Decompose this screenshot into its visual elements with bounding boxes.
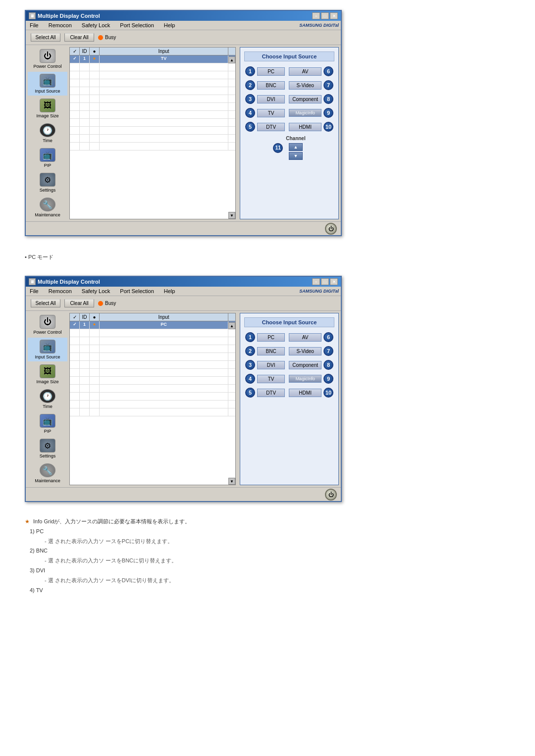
table-row[interactable]	[70, 385, 235, 393]
sidebar-item-power-control-2[interactable]: ⏻ Power Control	[28, 313, 67, 337]
menu-file-2[interactable]: File	[28, 288, 41, 295]
sidebar-item-settings[interactable]: ⚙ Settings	[28, 171, 67, 195]
table-row[interactable]	[70, 393, 235, 401]
input-btn-component[interactable]: Component 8	[288, 93, 334, 105]
input-btn-hdmi-2[interactable]: HDMI 10	[288, 387, 334, 399]
input-btn-bnc[interactable]: 2 BNC	[244, 79, 286, 91]
scroll-up-button[interactable]: ▲	[228, 56, 235, 63]
table-row[interactable]	[70, 119, 235, 127]
table-row[interactable]	[70, 337, 235, 345]
table-row[interactable]	[70, 369, 235, 377]
sidebar-item-maintenance[interactable]: 🔧 Maintenance	[28, 196, 67, 219]
sidebar-item-time-2[interactable]: 🕐 Time	[28, 387, 67, 411]
select-all-button-2[interactable]: Select All	[31, 299, 60, 307]
table-row[interactable]	[70, 87, 235, 95]
input-btn-component-2[interactable]: Component 8	[288, 359, 334, 371]
table-row[interactable]	[70, 345, 235, 353]
scroll-down-button-2[interactable]: ▼	[228, 478, 235, 485]
channel-down-button[interactable]: ▼	[289, 152, 303, 160]
dtv-button[interactable]: DTV	[257, 123, 285, 131]
maximize-button-2[interactable]: □	[321, 278, 329, 285]
table-row[interactable]	[70, 361, 235, 369]
tv-button-2[interactable]: TV	[257, 375, 285, 383]
component-button[interactable]: Component	[289, 95, 321, 103]
select-all-button[interactable]: Select All	[31, 33, 60, 42]
menu-safety-lock-2[interactable]: Safety Lock	[80, 288, 112, 295]
svideo-button[interactable]: S-Video	[289, 81, 321, 90]
table-row[interactable]	[70, 353, 235, 361]
menu-remocon-2[interactable]: Remocon	[47, 288, 74, 295]
table-row[interactable]	[70, 103, 235, 111]
menu-remocon[interactable]: Remocon	[47, 22, 74, 29]
table-row[interactable]	[70, 143, 235, 151]
sidebar-item-input-source[interactable]: 📺 Input Source	[28, 72, 67, 96]
table-row[interactable]	[70, 401, 235, 408]
magicinfo-button[interactable]: MagicInfo	[289, 109, 321, 117]
input-btn-tv[interactable]: 4 TV	[244, 107, 286, 119]
hdmi-button[interactable]: HDMI	[289, 123, 321, 131]
tv-button[interactable]: TV	[257, 109, 285, 117]
sidebar-item-time[interactable]: 🕐 Time	[28, 121, 67, 145]
minimize-button[interactable]: －	[312, 12, 320, 19]
input-btn-av-2[interactable]: AV 6	[288, 331, 334, 343]
sidebar-item-image-size-2[interactable]: 🖼 Image Size	[28, 362, 67, 386]
dvi-button-2[interactable]: DVI	[257, 361, 285, 369]
input-btn-dtv-2[interactable]: 5 DTV	[244, 387, 286, 399]
input-btn-magicinfo-2[interactable]: MagicInfo 9	[288, 373, 334, 385]
power-button[interactable]: ⏻	[325, 223, 337, 235]
sidebar-item-maintenance-2[interactable]: 🔧 Maintenance	[28, 461, 67, 485]
sidebar-item-pip-2[interactable]: 📺 PIP	[28, 412, 67, 436]
input-btn-svideo[interactable]: S-Video 7	[288, 79, 334, 91]
menu-help-2[interactable]: Help	[162, 288, 177, 295]
table-row[interactable]	[70, 95, 235, 103]
table-row[interactable]	[70, 79, 235, 87]
av-button[interactable]: AV	[289, 67, 321, 76]
scroll-down-button[interactable]: ▼	[228, 212, 235, 219]
pc-button-2[interactable]: PC	[257, 333, 285, 342]
input-btn-tv-2[interactable]: 4 TV	[244, 373, 286, 385]
hdmi-button-2[interactable]: HDMI	[289, 389, 321, 397]
sidebar-item-power-control[interactable]: ⏻ Power Control	[28, 47, 67, 71]
input-btn-dvi[interactable]: 3 DVI	[244, 93, 286, 105]
table-row[interactable]	[70, 71, 235, 79]
menu-file[interactable]: File	[28, 22, 41, 29]
sidebar-item-pip[interactable]: 📺 PIP	[28, 146, 67, 170]
power-button-2[interactable]: ⏻	[325, 489, 337, 501]
table-row[interactable]	[70, 377, 235, 385]
table-row[interactable]: ✓ 1 ● TV	[70, 55, 235, 63]
channel-up-button[interactable]: ▲	[289, 143, 303, 151]
table-row[interactable]	[70, 408, 235, 416]
maximize-button[interactable]: □	[321, 12, 329, 19]
input-btn-bnc-2[interactable]: 2 BNC	[244, 345, 286, 357]
input-btn-pc-2[interactable]: 1 PC	[244, 331, 286, 343]
input-btn-hdmi[interactable]: HDMI 10	[288, 121, 334, 133]
scroll-up-button-2[interactable]: ▲	[228, 322, 235, 329]
menu-help[interactable]: Help	[162, 22, 177, 29]
menu-port-selection[interactable]: Port Selection	[118, 22, 156, 29]
magicinfo-button-2[interactable]: MagicInfo	[289, 375, 321, 383]
table-row[interactable]	[70, 329, 235, 337]
menu-port-selection-2[interactable]: Port Selection	[118, 288, 156, 295]
input-btn-dtv[interactable]: 5 DTV	[244, 121, 286, 133]
input-btn-dvi-2[interactable]: 3 DVI	[244, 359, 286, 371]
dtv-button-2[interactable]: DTV	[257, 389, 285, 397]
sidebar-item-image-size[interactable]: 🖼 Image Size	[28, 97, 67, 120]
minimize-button-2[interactable]: －	[312, 278, 320, 285]
table-row[interactable]	[70, 63, 235, 71]
bnc-button[interactable]: BNC	[257, 81, 285, 90]
clear-all-button[interactable]: Clear All	[64, 33, 94, 42]
table-row[interactable]	[70, 135, 235, 143]
sidebar-item-settings-2[interactable]: ⚙ Settings	[28, 437, 67, 460]
svideo-button-2[interactable]: S-Video	[289, 347, 321, 355]
close-button-2[interactable]: ✕	[330, 278, 338, 285]
input-btn-pc[interactable]: 1 PC	[244, 65, 286, 77]
input-btn-magicinfo[interactable]: MagicInfo 9	[288, 107, 334, 119]
menu-safety-lock[interactable]: Safety Lock	[80, 22, 112, 29]
input-btn-av[interactable]: AV 6	[288, 65, 334, 77]
table-row[interactable]	[70, 127, 235, 135]
av-button-2[interactable]: AV	[289, 333, 321, 342]
input-btn-svideo-2[interactable]: S-Video 7	[288, 345, 334, 357]
table-row[interactable]: ✓ 1 ● PC	[70, 321, 235, 329]
pc-button[interactable]: PC	[257, 67, 285, 76]
dvi-button[interactable]: DVI	[257, 95, 285, 103]
